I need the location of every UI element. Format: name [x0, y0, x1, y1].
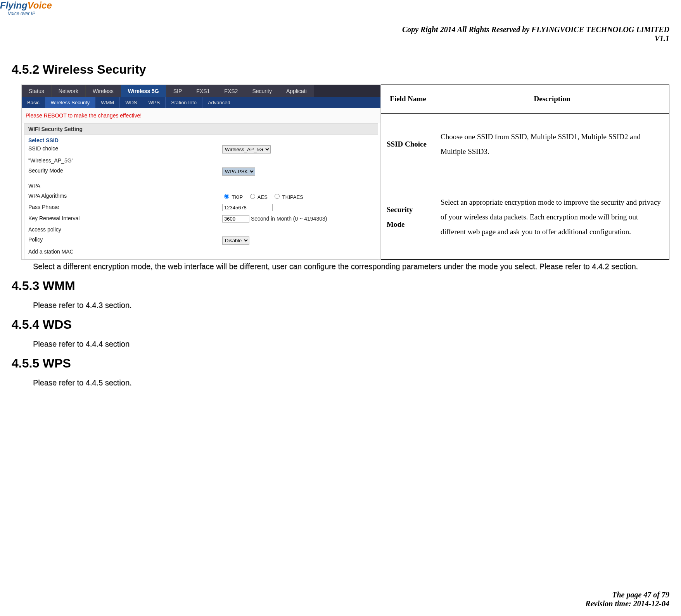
- desc-row1-field: SSID Choice: [381, 113, 435, 175]
- radio-tkip-input[interactable]: [224, 194, 229, 199]
- section-454-body: Please refer to 4.4.4 section: [33, 340, 669, 349]
- radio-tkipaes-input[interactable]: [275, 194, 280, 199]
- section-452-title: 4.5.2 Wireless Security: [12, 62, 669, 77]
- key-renewal-label: Key Renewal Interval: [28, 215, 222, 223]
- tab-wireless[interactable]: Wireless: [86, 85, 121, 97]
- reboot-notice: Please REBOOT to make the changes effect…: [22, 108, 380, 123]
- policy-label: Policy: [28, 236, 222, 245]
- page-number: The page 47 of 79: [585, 590, 669, 599]
- pass-phrase-label: Pass Phrase: [28, 204, 222, 211]
- radio-tkipaes-label: TKIPAES: [282, 194, 303, 200]
- desc-row2-desc: Select an appropriate encryption mode to…: [435, 175, 669, 259]
- brand-logo: FlyingVoice Voice over IP: [0, 0, 52, 16]
- wifi-security-panel-title: WIFI Security Setting: [24, 123, 378, 135]
- radio-tkip-label: TKIP: [232, 194, 243, 200]
- tab-application[interactable]: Applicati: [279, 85, 314, 97]
- router-ui-screenshot: Status Network Wireless Wireless 5G SIP …: [21, 85, 381, 260]
- logo-main-text: Flying: [0, 0, 28, 10]
- subtab-advanced[interactable]: Advanced: [202, 97, 236, 108]
- main-tabs: Status Network Wireless Wireless 5G SIP …: [22, 85, 380, 97]
- subtab-wireless-security[interactable]: Wireless Security: [45, 97, 95, 108]
- add-station-mac-label: Add a station MAC: [28, 248, 222, 255]
- desc-row2-field: Security Mode: [381, 175, 435, 259]
- page-header: Copy Right 2014 All Rights Reserved by F…: [0, 25, 669, 43]
- sub-tabs: Basic Wireless Security WMM WDS WPS Stat…: [22, 97, 380, 108]
- section-454-title: 4.5.4 WDS: [12, 317, 669, 332]
- radio-aes[interactable]: AES: [248, 194, 268, 200]
- wpa-algorithms-label: WPA Algorithms: [28, 193, 222, 200]
- subtab-wps[interactable]: WPS: [143, 97, 166, 108]
- policy-select[interactable]: Disable: [222, 236, 249, 245]
- revision-date: Revision time: 2014-12-04: [585, 599, 669, 608]
- radio-tkip[interactable]: TKIP: [222, 194, 243, 200]
- security-mode-label: Security Mode: [28, 167, 222, 176]
- ssid-choice-label: SSID choice: [28, 145, 222, 154]
- radio-tkipaes[interactable]: TKIPAES: [273, 194, 303, 200]
- section-453-title: 4.5.3 WMM: [12, 279, 669, 293]
- subtab-station-info[interactable]: Station Info: [166, 97, 202, 108]
- version-text: V1.1: [0, 34, 669, 43]
- section-455-body: Please refer to 4.4.5 section.: [33, 378, 669, 387]
- subtab-basic[interactable]: Basic: [22, 97, 45, 108]
- ssid-choice-select[interactable]: Wireless_AP_5G: [222, 145, 271, 154]
- tab-sip[interactable]: SIP: [166, 85, 190, 97]
- pass-phrase-input[interactable]: [222, 204, 273, 211]
- section-455-title: 4.5.5 WPS: [12, 356, 669, 371]
- copyright-text: Copy Right 2014 All Rights Reserved by F…: [0, 25, 669, 34]
- subtab-wmm[interactable]: WMM: [95, 97, 120, 108]
- logo-accent-text: Voice: [28, 0, 52, 10]
- radio-aes-label: AES: [258, 194, 268, 200]
- tab-fxs2[interactable]: FXS2: [217, 85, 245, 97]
- logo-subtitle: Voice over IP: [8, 11, 52, 16]
- section-452-note: Select a different encryption mode, the …: [33, 262, 669, 271]
- key-renewal-suffix: Second in Month (0 ~ 4194303): [251, 216, 327, 222]
- tab-security[interactable]: Security: [245, 85, 279, 97]
- key-renewal-input[interactable]: [222, 215, 249, 223]
- subtab-wds[interactable]: WDS: [120, 97, 143, 108]
- field-description-table: Field Name Description SSID Choice Choos…: [381, 85, 669, 260]
- tab-status[interactable]: Status: [22, 85, 52, 97]
- desc-header-field: Field Name: [381, 85, 435, 114]
- wpa-label: WPA: [28, 183, 222, 189]
- select-ssid-heading: Select SSID: [28, 137, 374, 143]
- wpa-algorithms-radios: TKIP AES TKIPAES: [222, 193, 307, 200]
- desc-row1-desc: Choose one SSID from SSID, Multiple SSID…: [435, 113, 669, 175]
- wifi-security-panel-body: Select SSID SSID choice Wireless_AP_5G "…: [24, 135, 378, 259]
- tab-wireless-5g[interactable]: Wireless 5G: [121, 85, 166, 97]
- tab-fxs1[interactable]: FXS1: [189, 85, 217, 97]
- page-footer: The page 47 of 79 Revision time: 2014-12…: [585, 590, 669, 608]
- security-mode-select[interactable]: WPA-PSK: [222, 167, 255, 176]
- desc-header-description: Description: [435, 85, 669, 114]
- section-453-body: Please refer to 4.4.3 section.: [33, 301, 669, 310]
- radio-aes-input[interactable]: [250, 194, 255, 199]
- access-policy-label: Access policy: [28, 226, 222, 233]
- ssid-name-display: "Wireless_AP_5G": [28, 157, 222, 164]
- tab-network[interactable]: Network: [52, 85, 86, 97]
